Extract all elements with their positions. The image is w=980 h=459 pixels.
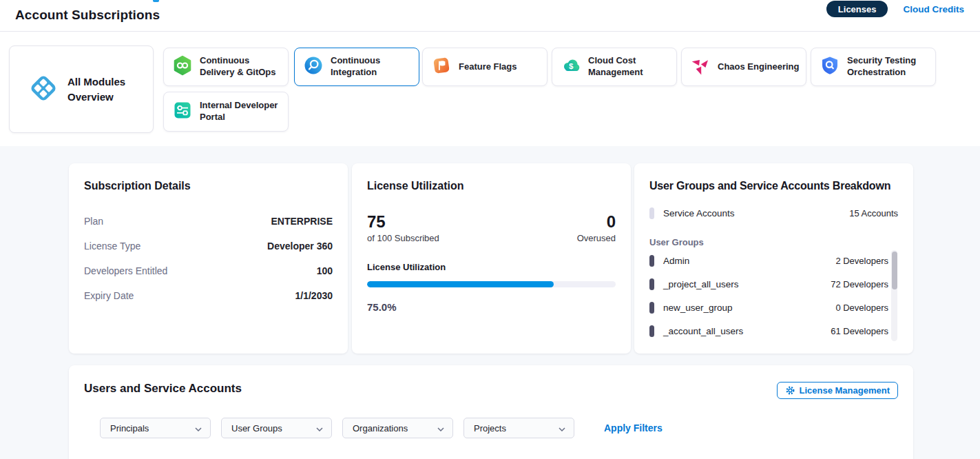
projects-dropdown[interactable]: Projects xyxy=(463,418,574,438)
utilization-bar-fill xyxy=(367,281,554,287)
module-label: Feature Flags xyxy=(459,61,545,73)
subscription-details-card: Subscription Details Plan ENTERPRISE Lic… xyxy=(69,163,348,354)
chaos-engineering-icon xyxy=(690,55,711,79)
continuous-delivery-icon xyxy=(172,55,193,79)
utilization-percent: 75.0% xyxy=(367,301,616,313)
user-group-name: _account_all_users xyxy=(663,326,743,336)
module-card-cloud-cost[interactable]: $ Cloud Cost Management xyxy=(552,48,677,86)
licenses-used-caption: of 100 Subscribed xyxy=(367,233,439,243)
module-card-security-testing[interactable]: Security Testing Orchestration xyxy=(811,48,936,86)
user-group-row: _project_all_users 72 Developers xyxy=(649,272,888,296)
user-group-name: Admin xyxy=(663,256,689,266)
user-group-row: new_user_group 0 Developers xyxy=(649,296,888,319)
user-group-value: 0 Developers xyxy=(835,303,888,313)
licenses-overused-caption: Overused xyxy=(577,233,616,243)
dropdown-label: Organizations xyxy=(353,423,408,434)
users-section-title: Users and Service Accounts xyxy=(84,382,898,396)
all-modules-overview-card[interactable]: All Modules Overview xyxy=(9,45,154,133)
user-group-marker xyxy=(649,255,654,267)
module-label: Continuous Delivery & GitOps xyxy=(200,55,286,79)
module-card-continuous-delivery[interactable]: Continuous Delivery & GitOps xyxy=(163,48,289,86)
nav-fragment xyxy=(153,0,159,2)
module-label: Continuous Integration xyxy=(331,55,417,79)
breakdown-title: User Groups and Service Accounts Breakdo… xyxy=(649,180,898,192)
feature-flags-icon xyxy=(431,55,452,79)
license-utilization-title: License Utilization xyxy=(367,180,616,192)
scrollbar-thumb[interactable] xyxy=(892,252,897,289)
user-group-name: _project_all_users xyxy=(663,279,739,289)
page-header: Account Subscriptions Licenses Cloud Cre… xyxy=(0,0,980,32)
user-groups-dropdown[interactable]: User Groups xyxy=(221,418,332,438)
principals-dropdown[interactable]: Principals xyxy=(100,418,211,438)
module-card-feature-flags[interactable]: Feature Flags xyxy=(422,48,548,86)
row-label: Expiry Date xyxy=(84,290,134,301)
internal-developer-portal-icon xyxy=(172,100,193,123)
all-modules-icon xyxy=(28,72,59,107)
licenses-used-block: 75 of 100 Subscribed xyxy=(367,213,439,243)
row-value: Developer 360 xyxy=(267,241,333,252)
subscription-row-plan: Plan ENTERPRISE xyxy=(84,209,333,234)
filters-row: Principals User Groups Organizations Pro… xyxy=(100,418,898,438)
module-label: Cloud Cost Management xyxy=(588,55,675,79)
chevron-down-icon xyxy=(316,422,323,434)
module-card-continuous-integration[interactable]: Continuous Integration xyxy=(294,48,419,86)
user-group-row: Admin 2 Developers xyxy=(649,249,888,272)
row-label: Plan xyxy=(84,216,103,227)
security-testing-icon xyxy=(820,55,840,79)
user-groups-list: Admin 2 Developers _project_all_users 72… xyxy=(649,249,898,343)
cloud-cost-icon: $ xyxy=(561,55,581,79)
subscription-row-expiry-date: Expiry Date 1/1/2030 xyxy=(84,283,333,308)
subscription-row-license-type: License Type Developer 360 xyxy=(84,234,333,258)
row-label: License Type xyxy=(84,241,140,252)
user-group-marker xyxy=(649,325,654,337)
continuous-integration-icon xyxy=(303,55,324,79)
licenses-overused-block: 0 Overused xyxy=(577,213,616,243)
service-accounts-marker xyxy=(649,207,654,219)
licenses-tab[interactable]: Licenses xyxy=(826,1,888,17)
service-accounts-value: 15 Accounts xyxy=(849,208,898,218)
row-label: Developers Entitled xyxy=(84,265,167,276)
service-accounts-label: Service Accounts xyxy=(663,208,735,218)
service-accounts-row: Service Accounts 15 Accounts xyxy=(649,207,898,219)
main-content: Subscription Details Plan ENTERPRISE Lic… xyxy=(0,146,980,459)
licenses-used-value: 75 xyxy=(367,213,439,231)
svg-text:$: $ xyxy=(569,62,574,70)
user-group-name: new_user_group xyxy=(663,303,733,313)
cloud-credits-tab[interactable]: Cloud Credits xyxy=(903,4,964,14)
license-management-button[interactable]: License Management xyxy=(777,382,899,399)
module-card-chaos-engineering[interactable]: Chaos Engineering xyxy=(681,48,806,86)
module-label: Security Testing Orchestration xyxy=(847,55,934,79)
module-selector-band: All Modules Overview Continuous Delivery… xyxy=(0,32,980,146)
users-service-accounts-card: Users and Service Accounts License Manag… xyxy=(69,365,913,459)
user-group-row: _account_all_users 61 Developers xyxy=(649,319,888,343)
all-modules-overview-label: All Modules Overview xyxy=(67,74,134,105)
user-groups-scrollbar[interactable] xyxy=(891,250,897,341)
row-value: ENTERPRISE xyxy=(271,216,333,227)
user-group-value: 2 Developers xyxy=(835,256,888,266)
user-group-value: 72 Developers xyxy=(831,279,888,289)
module-label: Internal Developer Portal xyxy=(200,100,286,123)
utilization-progress-bar xyxy=(367,281,616,287)
subscription-row-developers-entitled: Developers Entitled 100 xyxy=(84,258,333,283)
utilization-bar-label: License Utilization xyxy=(367,262,616,272)
organizations-dropdown[interactable]: Organizations xyxy=(342,418,453,438)
module-label: Chaos Engineering xyxy=(718,61,804,73)
dropdown-label: Principals xyxy=(110,423,149,434)
dropdown-label: Projects xyxy=(474,423,506,434)
license-management-label: License Management xyxy=(800,385,890,396)
subscription-details-title: Subscription Details xyxy=(84,180,333,192)
user-groups-heading: User Groups xyxy=(649,237,898,247)
license-utilization-card: License Utilization 75 of 100 Subscribed… xyxy=(352,163,631,354)
apply-filters-link[interactable]: Apply Filters xyxy=(604,422,663,434)
user-group-marker xyxy=(649,302,654,314)
chevron-down-icon xyxy=(437,422,444,434)
user-group-value: 61 Developers xyxy=(831,326,888,336)
row-value: 100 xyxy=(317,265,333,276)
module-card-internal-developer-portal[interactable]: Internal Developer Portal xyxy=(163,92,289,132)
chevron-down-icon xyxy=(195,422,202,434)
licenses-overused-value: 0 xyxy=(577,213,616,231)
gear-icon xyxy=(785,385,795,396)
header-tabs: Licenses Cloud Credits xyxy=(826,0,964,18)
dropdown-label: User Groups xyxy=(231,423,282,434)
breakdown-card: User Groups and Service Accounts Breakdo… xyxy=(634,163,913,354)
